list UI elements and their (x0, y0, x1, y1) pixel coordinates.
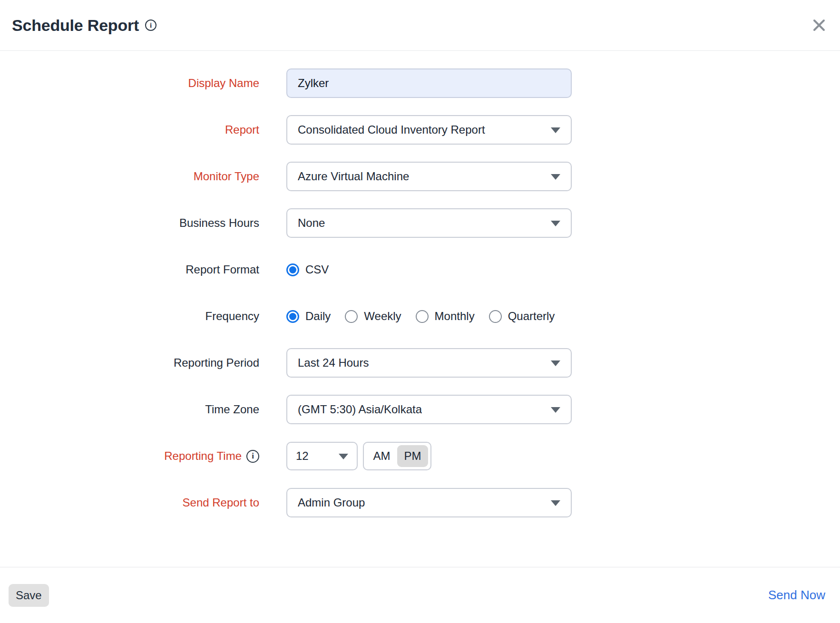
frequency-options: Daily Weekly Monthly Quarterly (286, 310, 569, 323)
info-icon[interactable] (145, 19, 156, 31)
chevron-down-icon (551, 500, 560, 506)
am-segment-label: AM (373, 449, 391, 463)
reporting-period-select[interactable]: Last 24 Hours (286, 348, 572, 378)
schedule-report-dialog: Schedule Report Display Name Report Cons… (0, 0, 840, 623)
report-label: Report (0, 123, 286, 136)
report-row: Report Consolidated Cloud Inventory Repo… (0, 115, 840, 145)
reporting-time-controls: 12 AM PM (286, 442, 431, 470)
radio-option-csv[interactable]: CSV (286, 263, 329, 276)
reporting-period-row: Reporting Period Last 24 Hours (0, 348, 840, 378)
business-hours-row: Business Hours None (0, 208, 840, 238)
radio-label: CSV (305, 263, 329, 276)
hour-select-value: 12 (296, 449, 309, 463)
chevron-down-icon (551, 360, 560, 366)
radio-icon (286, 263, 299, 276)
radio-label: Quarterly (508, 310, 555, 323)
dialog-footer: Save Send Now (0, 567, 840, 623)
dialog-header: Schedule Report (0, 0, 840, 51)
page-title: Schedule Report (12, 16, 139, 35)
time-zone-select[interactable]: (GMT 5:30) Asia/Kolkata (286, 395, 572, 424)
display-name-input[interactable] (286, 68, 572, 98)
reporting-time-label: Reporting Time (0, 449, 286, 463)
frequency-label: Frequency (0, 310, 286, 323)
pm-segment-label: PM (404, 449, 421, 463)
radio-option-weekly[interactable]: Weekly (345, 310, 401, 323)
chevron-down-icon (551, 221, 560, 226)
send-report-to-select-value: Admin Group (298, 496, 365, 509)
display-name-label: Display Name (0, 77, 286, 90)
radio-icon (489, 310, 502, 323)
send-report-to-select[interactable]: Admin Group (286, 488, 572, 517)
report-format-row: Report Format CSV (0, 255, 840, 284)
radio-label: Monthly (435, 310, 475, 323)
pm-segment[interactable]: PM (397, 445, 428, 467)
report-select-value: Consolidated Cloud Inventory Report (298, 123, 485, 136)
radio-icon (286, 310, 299, 323)
reporting-period-select-value: Last 24 Hours (298, 356, 369, 370)
report-format-label: Report Format (0, 263, 286, 276)
business-hours-select[interactable]: None (286, 208, 572, 238)
chevron-down-icon (339, 454, 348, 459)
am-segment[interactable]: AM (366, 445, 397, 467)
report-select[interactable]: Consolidated Cloud Inventory Report (286, 115, 572, 145)
time-zone-label: Time Zone (0, 403, 286, 416)
form-body: Display Name Report Consolidated Cloud I… (0, 51, 840, 567)
time-zone-select-value: (GMT 5:30) Asia/Kolkata (298, 403, 422, 416)
am-pm-toggle: AM PM (363, 442, 431, 470)
radio-icon (345, 310, 358, 323)
info-icon[interactable] (246, 450, 259, 463)
chevron-down-icon (551, 407, 560, 413)
report-format-options: CSV (286, 263, 343, 276)
display-name-row: Display Name (0, 68, 840, 98)
reporting-time-label-text: Reporting Time (164, 449, 242, 463)
business-hours-label: Business Hours (0, 216, 286, 230)
radio-icon (416, 310, 429, 323)
chevron-down-icon (551, 174, 560, 180)
send-report-to-label: Send Report to (0, 496, 286, 509)
close-icon (812, 19, 826, 32)
hour-select[interactable]: 12 (286, 442, 358, 470)
radio-option-monthly[interactable]: Monthly (416, 310, 475, 323)
time-zone-row: Time Zone (GMT 5:30) Asia/Kolkata (0, 395, 840, 424)
monitor-type-select-value: Azure Virtual Machine (298, 170, 409, 183)
reporting-time-row: Reporting Time 12 AM PM (0, 441, 840, 471)
radio-label: Weekly (364, 310, 401, 323)
reporting-period-label: Reporting Period (0, 356, 286, 370)
business-hours-select-value: None (298, 216, 325, 230)
monitor-type-label: Monitor Type (0, 170, 286, 183)
monitor-type-row: Monitor Type Azure Virtual Machine (0, 162, 840, 191)
radio-label: Daily (305, 310, 331, 323)
close-button[interactable] (811, 17, 828, 34)
radio-option-quarterly[interactable]: Quarterly (489, 310, 555, 323)
frequency-row: Frequency Daily Weekly Monthly Quarterly (0, 302, 840, 331)
monitor-type-select[interactable]: Azure Virtual Machine (286, 162, 572, 191)
radio-option-daily[interactable]: Daily (286, 310, 331, 323)
chevron-down-icon (551, 127, 560, 133)
send-report-to-row: Send Report to Admin Group (0, 488, 840, 517)
send-now-link[interactable]: Send Now (768, 588, 825, 603)
save-button[interactable]: Save (9, 584, 49, 607)
